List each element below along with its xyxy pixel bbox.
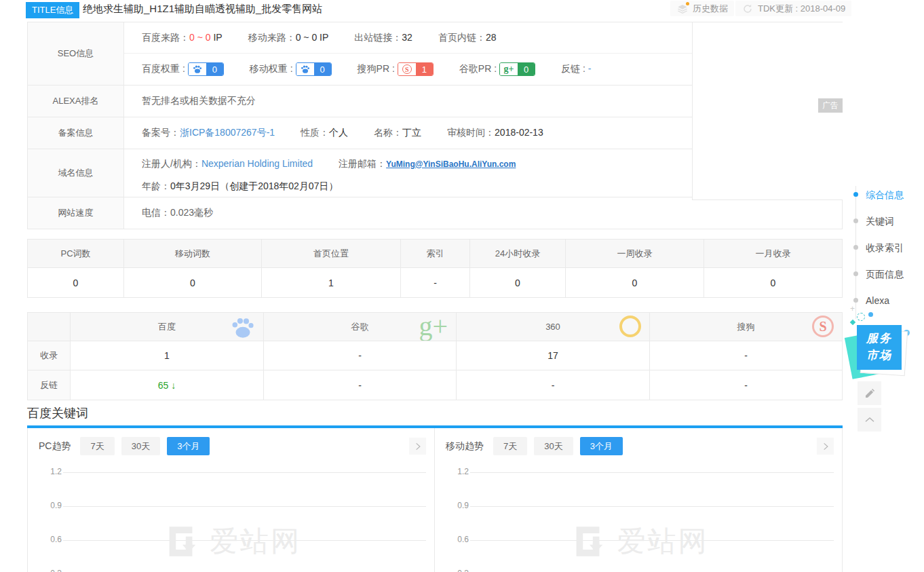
reg-email-label: 注册邮箱： bbox=[339, 158, 386, 169]
speed-row: 网站速度 电信：0.023毫秒 bbox=[28, 197, 842, 229]
pc-trend-3m-button[interactable]: 3个月 bbox=[167, 437, 210, 455]
icp-name-value: 丁立 bbox=[402, 127, 421, 138]
speed-label: 网站速度 bbox=[28, 197, 124, 229]
inclusion-row-label: 收录 bbox=[28, 341, 71, 370]
engine-name-360: 360 bbox=[545, 322, 560, 332]
icp-name-label: 名称： bbox=[374, 127, 402, 138]
backlink-label: 反链 : bbox=[561, 63, 585, 74]
sogou-pr-badge[interactable]: S1 bbox=[398, 62, 434, 76]
tdk-update-button[interactable]: TDK更新 : 2018-04-09 bbox=[735, 1, 851, 16]
pc-trend-7d-button[interactable]: 7天 bbox=[80, 437, 114, 455]
google-pr-badge[interactable]: g+0 bbox=[499, 62, 535, 76]
inclusion-sogou: - bbox=[650, 341, 842, 370]
nav-dot bbox=[853, 218, 858, 223]
chevron-up-icon bbox=[864, 414, 876, 426]
stats-value: 0 bbox=[704, 268, 842, 297]
aizhan-logo-icon bbox=[161, 522, 200, 561]
y-axis-tick: 1.2 bbox=[44, 467, 62, 476]
backlink-row: 反链 65 ↓ - - - bbox=[28, 370, 842, 400]
mobile-visits-label: 移动来路： bbox=[248, 32, 296, 43]
pc-trend-next-button[interactable] bbox=[409, 438, 426, 455]
baidu-weight-label: 百度权重 : bbox=[142, 63, 185, 74]
stats-header: 24小时收录 bbox=[470, 240, 566, 268]
icp-date-value: 2018-02-13 bbox=[495, 127, 543, 138]
back-to-top-button[interactable] bbox=[858, 408, 881, 432]
inclusion-row: 收录 1 - 17 - bbox=[28, 341, 842, 370]
y-axis-tick: 0.9 bbox=[451, 501, 469, 510]
nav-dot bbox=[853, 271, 858, 276]
360-circle-icon bbox=[619, 316, 641, 337]
mobile-weight-badge[interactable]: 0 bbox=[296, 62, 332, 76]
page-title: 绝地求生辅助_H1Z1辅助自瞄透视辅助_批发零售网站 bbox=[83, 3, 322, 16]
y-axis-tick: 0.3 bbox=[451, 569, 469, 572]
sidebar-item-pageinfo[interactable]: 页面信息 bbox=[866, 269, 904, 281]
chevron-right-icon bbox=[821, 442, 830, 451]
inclusion-google: - bbox=[264, 341, 457, 370]
trend-charts-panel: PC趋势 7天 30天 3个月 1.2 0.9 0.6 0.3 爱站网 移动趋势… bbox=[27, 428, 843, 572]
baidu-visits-unit: IP bbox=[211, 32, 223, 43]
keyword-stats-table: PC词数 移动词数 首页位置 索引 24小时收录 一周收录 一月收录 0 0 1… bbox=[27, 239, 843, 298]
stats-value: 0 bbox=[470, 268, 566, 297]
stats-header: 首页位置 bbox=[262, 240, 401, 268]
backlink-value: - bbox=[588, 63, 592, 74]
sidebar-item-keywords[interactable]: 关键词 bbox=[866, 216, 894, 228]
ad-tag: 广告 bbox=[818, 98, 843, 113]
feedback-edit-button[interactable] bbox=[858, 381, 881, 405]
stats-value: - bbox=[401, 268, 470, 297]
engine-name-sogou: 搜狗 bbox=[737, 321, 755, 333]
stats-value: 0 bbox=[124, 268, 262, 297]
nav-dot bbox=[853, 298, 858, 303]
site-info-table: SEO信息 百度来路：0 ~ 0 IP 移动来路：0 ~ 0 IP 出站链接：3… bbox=[27, 22, 843, 229]
pc-trend-panel: PC趋势 7天 30天 3个月 1.2 0.9 0.6 0.3 爱站网 bbox=[28, 428, 435, 572]
outlinks-value: 32 bbox=[402, 32, 412, 43]
aizhan-watermark: 爱站网 bbox=[569, 522, 709, 561]
nav-dot bbox=[853, 192, 858, 197]
domain-age-label: 年龄： bbox=[142, 180, 170, 191]
pc-trend-30d-button[interactable]: 30天 bbox=[121, 437, 160, 455]
google-pr-value: 0 bbox=[518, 63, 535, 75]
baidu-paw-icon bbox=[296, 63, 314, 75]
gridline bbox=[63, 506, 426, 507]
mobile-trend-30d-button[interactable]: 30天 bbox=[534, 437, 573, 455]
search-engine-table: 百度 谷歌g+ 360 搜狗S 收录 1 - 17 - 反链 65 ↓ - - … bbox=[27, 312, 843, 400]
baidu-weight-badge[interactable]: 0 bbox=[188, 62, 224, 76]
y-axis-tick: 0.3 bbox=[44, 569, 62, 572]
registrant-label: 注册人/机构： bbox=[142, 158, 201, 169]
stats-value: 0 bbox=[28, 268, 124, 297]
layers-icon bbox=[676, 3, 689, 14]
icp-type-label: 性质： bbox=[301, 127, 329, 138]
sidebar-item-alexa[interactable]: Alexa bbox=[866, 295, 889, 306]
google-pr-label: 谷歌PR : bbox=[459, 63, 497, 74]
history-data-button[interactable]: 历史数据 bbox=[670, 1, 734, 16]
stats-value: 0 bbox=[566, 268, 704, 297]
icp-no-label: 备案号： bbox=[142, 127, 180, 138]
service-market-badge[interactable]: 服务 市场 bbox=[852, 316, 912, 379]
stats-header: 移动词数 bbox=[124, 240, 262, 268]
chevron-right-icon bbox=[413, 442, 423, 451]
reg-email-link[interactable]: YuMing@YinSiBaoHu.AliYun.com bbox=[386, 159, 516, 169]
homelinks-label: 首页内链： bbox=[438, 32, 486, 43]
stats-header: PC词数 bbox=[28, 240, 124, 268]
gridline bbox=[63, 472, 426, 473]
down-arrow-icon: ↓ bbox=[171, 380, 176, 391]
icp-number-link[interactable]: 浙ICP备18007267号-1 bbox=[180, 127, 275, 138]
icp-date-label: 审核时间： bbox=[447, 127, 495, 138]
sidebar-item-overview[interactable]: 综合信息 bbox=[866, 189, 904, 202]
backlink-sogou: - bbox=[650, 370, 842, 400]
ad-placeholder: 广告 bbox=[692, 22, 843, 200]
icp-type-value: 个人 bbox=[329, 127, 348, 138]
stats-value: 1 bbox=[262, 268, 401, 297]
sidebar-item-index[interactable]: 收录索引 bbox=[866, 242, 904, 254]
baidu-paw-icon bbox=[189, 63, 206, 75]
mobile-trend-3m-button[interactable]: 3个月 bbox=[580, 437, 623, 455]
decor-plus: + bbox=[850, 304, 855, 313]
baidu-visits-label: 百度来路： bbox=[142, 32, 189, 43]
sogou-icon: S bbox=[398, 63, 416, 75]
baidu-visits-value: 0 ~ 0 bbox=[189, 32, 211, 43]
registrant-link[interactable]: Nexperian Holding Limited bbox=[201, 158, 313, 169]
gridline bbox=[470, 506, 834, 507]
mobile-trend-next-button[interactable] bbox=[817, 438, 834, 455]
mobile-trend-7d-button[interactable]: 7天 bbox=[493, 437, 527, 455]
google-plus-icon: g+ bbox=[500, 63, 518, 75]
mobile-visits-value: 0 ~ 0 bbox=[296, 32, 317, 43]
